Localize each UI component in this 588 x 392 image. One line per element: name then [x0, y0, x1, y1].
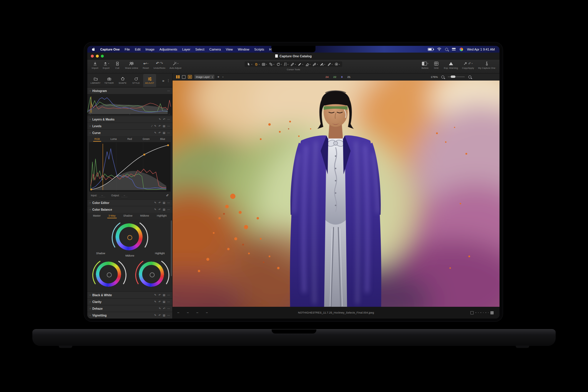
photo-canvas[interactable]: [173, 81, 500, 307]
menu-item-view[interactable]: View: [226, 48, 233, 51]
reset-icon[interactable]: ↶: [163, 307, 165, 310]
menu-item-layer[interactable]: Layer: [182, 48, 191, 51]
panel-header-dehaze[interactable]: › Dehaze ✎ ↶ ⋯: [87, 305, 172, 312]
reset-icon[interactable]: ↶: [158, 131, 161, 134]
control-center-icon[interactable]: [452, 48, 456, 51]
heal-mask-tool[interactable]: ▾: [313, 62, 318, 66]
slash-icon[interactable]: ∕: [152, 125, 152, 128]
grid-button[interactable]: Grid: [433, 61, 440, 69]
apple-logo-icon[interactable]: [92, 47, 95, 51]
collapse-caret-icon[interactable]: ›: [90, 294, 91, 296]
layer-select[interactable]: Image Layer ▴▾: [194, 75, 214, 79]
menu-item-camera[interactable]: Camera: [209, 48, 221, 51]
reset-icon[interactable]: ↶: [158, 208, 161, 211]
layer-stepper-icon[interactable]: ▴▾: [212, 76, 213, 78]
tab-adjust[interactable]: ADJUST: [143, 74, 156, 87]
menu-item-edit[interactable]: Edit: [135, 48, 141, 51]
cull-button[interactable]: Cull: [114, 61, 121, 69]
collapse-caret-icon[interactable]: ›: [90, 314, 91, 317]
pager-dot[interactable]: [488, 312, 489, 313]
more-icon[interactable]: ⋯: [167, 131, 170, 134]
viewer-grid-toggle-icon[interactable]: [176, 75, 180, 78]
menu-item-window[interactable]: Window: [238, 48, 249, 51]
highlight-wheel-center[interactable]: [139, 262, 164, 287]
tab-tether[interactable]: TETHER: [103, 74, 116, 87]
sidebar-scrollbar[interactable]: [171, 220, 172, 276]
menu-item-capture-one[interactable]: Capture One: [100, 48, 120, 51]
mask-icon[interactable]: ▤: [163, 314, 165, 317]
share-online-button[interactable]: Share online: [125, 61, 138, 69]
erase-mask-tool[interactable]: ▾: [305, 62, 310, 66]
add-layer-caret-icon[interactable]: ▾: [223, 76, 223, 78]
exposure-warning-button[interactable]: Exp. Warning: [444, 61, 458, 69]
menu-item-select[interactable]: Select: [195, 48, 204, 51]
pick-color-tool[interactable]: ▾: [335, 62, 340, 66]
panel-header-histogram[interactable]: › Histogram ⋯: [87, 87, 172, 94]
color-app-menu-icon[interactable]: [460, 48, 463, 51]
copy-apply-button[interactable]: ✐▾ Copy/Apply: [462, 61, 474, 69]
more-tools-icon[interactable]: ⋮: [167, 79, 170, 83]
export-button[interactable]: ▾ Export: [103, 61, 110, 69]
pager-dot[interactable]: [475, 312, 476, 313]
pen-icon[interactable]: ✎: [154, 314, 156, 317]
list-view-icon[interactable]: [490, 311, 494, 314]
collapse-caret-icon[interactable]: ›: [89, 209, 91, 210]
close-window-button[interactable]: [91, 55, 94, 58]
pager-dot[interactable]: [480, 312, 481, 313]
cb-tab-master[interactable]: Master: [92, 213, 102, 218]
import-button[interactable]: Import: [91, 61, 98, 69]
clone-mask-tool[interactable]: ▾: [320, 62, 325, 66]
mask-icon[interactable]: ▤: [163, 300, 165, 303]
battery-icon[interactable]: [428, 48, 433, 51]
pager-dot[interactable]: [478, 312, 479, 313]
mask-icon[interactable]: ▤: [163, 125, 165, 128]
panel-header-vignetting[interactable]: › Vignetting ✎ ↶ ▤ ⋯: [87, 312, 172, 319]
shadow-wheel-center[interactable]: [96, 262, 121, 287]
pen-icon[interactable]: ✎: [154, 201, 156, 204]
more-icon[interactable]: ⋯: [167, 300, 170, 303]
tab-shape[interactable]: SHAPE: [116, 74, 129, 87]
add-layer-button[interactable]: ＋: [217, 74, 220, 79]
crop-tool[interactable]: ▾: [269, 62, 274, 66]
mask-icon[interactable]: ▤: [163, 294, 165, 296]
pen-icon[interactable]: ✎: [154, 131, 156, 134]
zoom-slider[interactable]: [448, 76, 465, 77]
annotation-tool[interactable]: ▾: [327, 62, 333, 66]
panel-header-clarity[interactable]: › Clarity ✎ ↶ ▤ ⋯: [87, 298, 172, 305]
more-icon[interactable]: ⋯: [167, 89, 170, 92]
collapse-caret-icon[interactable]: ›: [90, 301, 91, 303]
reset-icon[interactable]: ↶: [158, 125, 161, 128]
expand-chevrons-icon[interactable]: »: [162, 78, 164, 83]
pen-icon[interactable]: ✎: [154, 300, 156, 303]
spotlight-search-icon[interactable]: [445, 48, 448, 51]
more-icon[interactable]: ⋯: [167, 208, 170, 211]
more-icon[interactable]: ⋯: [167, 314, 170, 317]
layer-mask-toggle-icon[interactable]: [188, 75, 192, 79]
zoom-in-icon[interactable]: [468, 76, 471, 78]
zoom-level[interactable]: 176%: [431, 75, 438, 78]
rotate-tool[interactable]: ▾: [276, 62, 282, 66]
footer-tool-icon-2[interactable]: ▪▪: [187, 311, 188, 314]
cb-tab-highlight[interactable]: Highlight: [156, 213, 168, 218]
pen-icon[interactable]: ✎: [159, 307, 161, 310]
collapse-caret-icon[interactable]: ›: [90, 202, 91, 204]
undo-redo-button[interactable]: ↶↷ Undo/Redo: [153, 61, 165, 69]
curve-tab-luma[interactable]: Luma: [109, 137, 118, 142]
zoom-out-icon[interactable]: [441, 76, 444, 78]
my-capture-one-button[interactable]: My Capture One: [478, 61, 495, 69]
draw-mask-tool[interactable]: ▾: [298, 62, 303, 66]
curve-output-value[interactable]: –: [121, 194, 128, 197]
more-icon[interactable]: ⋯: [167, 118, 170, 121]
midtone-wheel-center[interactable]: [116, 223, 143, 250]
curve-graph[interactable]: [89, 142, 171, 192]
footer-tool-icon-3[interactable]: ▪▪: [196, 311, 198, 314]
mask-icon[interactable]: ▤: [163, 131, 165, 134]
curve-tab-blue[interactable]: Blue: [159, 137, 166, 142]
pager-dot[interactable]: [483, 312, 484, 313]
curve-tab-rgb[interactable]: RGB: [93, 137, 101, 142]
panel-header-color-editor[interactable]: › Color Editor ✎ ↶ ▤ ⋯: [87, 199, 172, 206]
wifi-icon[interactable]: [437, 48, 441, 51]
minimize-window-button[interactable]: [96, 55, 99, 58]
panel-header-black-white[interactable]: › Black & White ✎ ↶ ▤ ⋯: [87, 292, 172, 298]
pen-icon[interactable]: ✎: [159, 118, 161, 121]
